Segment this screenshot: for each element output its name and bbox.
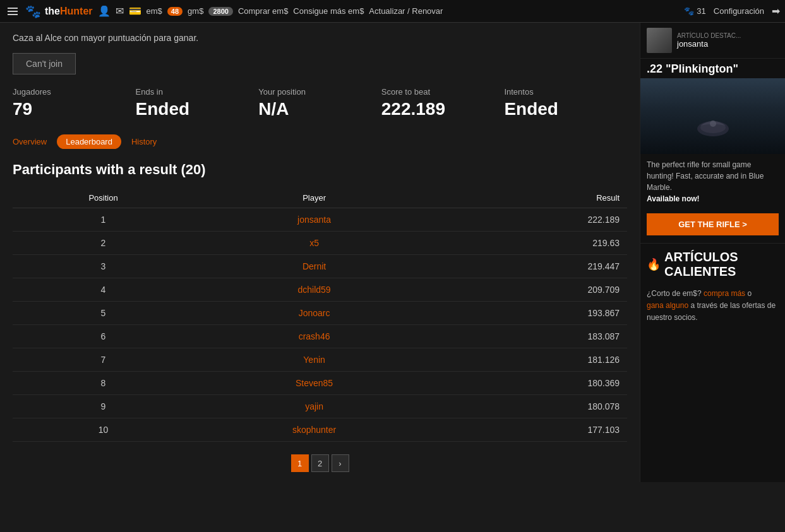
leaderboard-table: Position Player Result 1 jonsanta 222.18… xyxy=(13,188,627,442)
table-row: 9 yajin 180.078 xyxy=(13,395,627,418)
navbar: 🐾 theHunter 👤 ✉ 💳 em$ 48 gm$ 2800 Compra… xyxy=(0,0,785,23)
page-btn-2[interactable]: 2 xyxy=(311,454,329,472)
col-result: Result xyxy=(434,188,627,208)
em-label: em$ xyxy=(147,6,162,16)
hot-items-link1[interactable]: compra más xyxy=(704,289,745,298)
cell-position: 4 xyxy=(13,278,194,302)
cant-join-button[interactable]: Can't join xyxy=(13,53,76,74)
stat-position-value: N/A xyxy=(258,99,381,119)
page-btn-next[interactable]: › xyxy=(332,454,349,472)
featured-image xyxy=(640,78,785,154)
hot-items-text-1: ¿Corto de em$? xyxy=(647,289,702,298)
stat-score: Score to beat 222.189 xyxy=(381,87,505,119)
stat-ends: Ends in Ended xyxy=(136,87,259,119)
hot-items-title: ARTÍCULOS CALIENTES xyxy=(664,250,779,279)
stats-row: Jugadores 79 Ends in Ended Your position… xyxy=(13,87,627,119)
player-link[interactable]: Jonoarc xyxy=(299,308,330,318)
player-link[interactable]: crash46 xyxy=(299,331,330,341)
cell-result: 222.189 xyxy=(434,208,627,232)
featured-user-info: ARTÍCULO DESTAC... jonsanta xyxy=(677,32,741,49)
gm-badge[interactable]: 2800 xyxy=(208,7,232,16)
logout-icon[interactable]: ➡ xyxy=(772,5,780,17)
cell-result: 177.103 xyxy=(434,418,627,442)
stat-ends-value: Ended xyxy=(136,99,259,119)
featured-header: ARTÍCULO DESTAC... jonsanta xyxy=(640,23,785,59)
cell-position: 2 xyxy=(13,232,194,255)
cell-player: yajin xyxy=(194,395,434,418)
cell-result: 219.447 xyxy=(434,255,627,278)
mail-icon[interactable]: ✉ xyxy=(116,5,124,17)
featured-available: Available now! xyxy=(647,194,700,203)
paw-count: 31 xyxy=(697,6,705,16)
cell-result: 183.087 xyxy=(434,325,627,348)
featured-label: ARTÍCULO DESTAC... xyxy=(677,32,741,39)
featured-desc: The perfect rifle for small game hunting… xyxy=(640,154,785,210)
cell-result: 193.867 xyxy=(434,302,627,325)
cell-result: 181.126 xyxy=(434,348,627,372)
table-header-row: Position Player Result xyxy=(13,188,627,208)
player-link[interactable]: x5 xyxy=(309,238,319,248)
stat-ends-label: Ends in xyxy=(136,87,259,97)
pagination: 1 2 › xyxy=(13,454,627,472)
tab-overview[interactable]: Overview xyxy=(13,134,47,149)
rifle-bird-illustration xyxy=(688,110,738,141)
hot-items-text-2: o xyxy=(747,289,752,298)
player-link[interactable]: yajin xyxy=(305,401,323,411)
player-link[interactable]: Yenin xyxy=(303,355,325,365)
stat-attempts-value: Ended xyxy=(504,99,627,119)
participants-header: Participants with a result (20) xyxy=(13,162,627,178)
player-link[interactable]: skophunter xyxy=(292,425,336,435)
hamburger-menu[interactable] xyxy=(5,5,20,18)
cell-player: dchild59 xyxy=(194,278,434,302)
em-badge[interactable]: 48 xyxy=(167,7,183,16)
update-link[interactable]: Actualizar / Renovar xyxy=(369,6,443,16)
player-link[interactable]: jonsanta xyxy=(297,215,331,225)
cell-player: x5 xyxy=(194,232,434,255)
get-rifle-button[interactable]: GET THE RIFLE > xyxy=(647,213,779,235)
gm-label: gm$ xyxy=(188,6,203,16)
cell-result: 209.709 xyxy=(434,278,627,302)
cell-position: 5 xyxy=(13,302,194,325)
page-subtitle: Caza al Alce con mayor puntuación para g… xyxy=(13,33,627,43)
featured-title: .22 "Plinkington" xyxy=(640,59,785,78)
brand-text: theHunter xyxy=(45,4,93,18)
get-ems-link[interactable]: Consigue más em$ xyxy=(293,6,364,16)
player-link[interactable]: Steven85 xyxy=(296,378,333,388)
cell-position: 9 xyxy=(13,395,194,418)
cell-player: skophunter xyxy=(194,418,434,442)
player-link[interactable]: Dernit xyxy=(303,261,326,271)
hot-items-link2[interactable]: gana alguno xyxy=(647,301,688,310)
featured-avatar xyxy=(647,28,672,53)
fire-icon: 🔥 xyxy=(647,257,661,271)
tab-history[interactable]: History xyxy=(131,134,157,149)
stat-attempts: Intentos Ended xyxy=(504,87,627,119)
card-icon[interactable]: 💳 xyxy=(129,5,141,17)
cell-position: 8 xyxy=(13,372,194,395)
config-link[interactable]: Configuración xyxy=(714,6,764,16)
user-icon[interactable]: 👤 xyxy=(98,5,111,17)
table-row: 6 crash46 183.087 xyxy=(13,325,627,348)
hot-items-text: ¿Corto de em$? compra más o gana alguno … xyxy=(640,283,785,329)
table-row: 7 Yenin 181.126 xyxy=(13,348,627,372)
stat-players: Jugadores 79 xyxy=(13,87,136,119)
cell-player: Steven85 xyxy=(194,372,434,395)
featured-username[interactable]: jonsanta xyxy=(677,39,741,49)
stat-position: Your position N/A xyxy=(258,87,381,119)
cell-position: 3 xyxy=(13,255,194,278)
cell-result: 180.369 xyxy=(434,372,627,395)
cell-position: 6 xyxy=(13,325,194,348)
stat-players-value: 79 xyxy=(13,99,136,119)
buy-ems-link[interactable]: Comprar em$ xyxy=(238,6,288,16)
cell-position: 1 xyxy=(13,208,194,232)
cell-position: 10 xyxy=(13,418,194,442)
stat-position-label: Your position xyxy=(258,87,381,97)
paw-icon: 🐾 xyxy=(25,4,41,19)
table-row: 10 skophunter 177.103 xyxy=(13,418,627,442)
cell-result: 180.078 xyxy=(434,395,627,418)
tab-leaderboard[interactable]: Leaderboard xyxy=(57,134,121,149)
player-link[interactable]: dchild59 xyxy=(298,285,331,295)
brand-logo[interactable]: 🐾 theHunter xyxy=(25,4,93,19)
hot-items-header: 🔥 ARTÍCULOS CALIENTES xyxy=(640,243,785,283)
page-btn-1[interactable]: 1 xyxy=(291,454,309,472)
content-area: Caza al Alce con mayor puntuación para g… xyxy=(0,23,640,482)
